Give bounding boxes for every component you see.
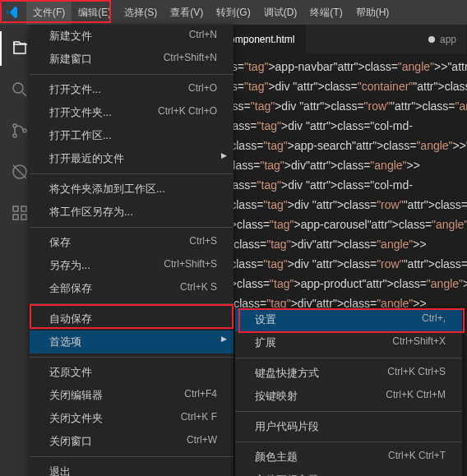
menu-shortcut: Ctrl+Shift+S bbox=[164, 258, 217, 273]
menu-item[interactable]: 按键映射Ctrl+K Ctrl+M bbox=[235, 385, 462, 408]
menu-shortcut: Ctrl+, bbox=[422, 312, 446, 327]
menu-item-label: 打开文件夹... bbox=[49, 105, 112, 120]
tab-overflow[interactable]: app bbox=[418, 25, 467, 53]
menu-item-label: 另存为... bbox=[49, 258, 90, 273]
menu-item[interactable]: 退出 bbox=[30, 460, 234, 476]
menu-shortcut: Ctrl+K Ctrl+T bbox=[388, 450, 446, 464]
menu-shortcut: Ctrl+F4 bbox=[184, 388, 217, 403]
menu-shortcut: Ctrl+K F bbox=[181, 411, 217, 426]
menu-item-label: 新建文件 bbox=[49, 29, 92, 44]
menu-shortcut: Ctrl+K Ctrl+O bbox=[158, 105, 217, 120]
menu-item-label: 按键映射 bbox=[255, 389, 298, 404]
menu-item-label: 键盘快捷方式 bbox=[255, 366, 319, 381]
submenu-arrow-icon: ▶ bbox=[221, 151, 227, 159]
menu-item-label: 自动保存 bbox=[49, 312, 92, 326]
menu-item-label: 扩展 bbox=[255, 335, 276, 350]
menu-shortcut: Ctrl+N bbox=[189, 29, 217, 44]
menu-item-label: 打开工作区... bbox=[49, 128, 112, 143]
menu-separator bbox=[30, 456, 234, 457]
menu-item-label: 打开最近的文件 bbox=[49, 151, 124, 166]
menu-item-label: 新建窗口 bbox=[49, 52, 92, 67]
menu-shortcut: Ctrl+S bbox=[189, 235, 217, 250]
menu-item[interactable]: 首选项▶ bbox=[30, 330, 234, 354]
menu-separator bbox=[30, 357, 234, 358]
menu-shortcut: Ctrl+Shift+X bbox=[392, 335, 446, 350]
menu-item-label: 将文件夹添加到工作区... bbox=[49, 182, 165, 196]
menu-separator bbox=[235, 441, 462, 442]
svg-rect-8 bbox=[21, 206, 26, 211]
menu-item-label: 设置 bbox=[255, 312, 276, 327]
menu-item[interactable]: 还原文件 bbox=[30, 361, 234, 384]
menu-item[interactable]: 打开最近的文件▶ bbox=[30, 147, 234, 170]
svg-rect-6 bbox=[13, 215, 18, 220]
svg-point-1 bbox=[13, 124, 16, 127]
modified-dot-icon bbox=[428, 36, 435, 43]
menu-item[interactable]: 颜色主题Ctrl+K Ctrl+T bbox=[235, 446, 462, 469]
menu-item[interactable]: 打开文件夹...Ctrl+K Ctrl+O bbox=[30, 101, 234, 124]
menu-item[interactable]: 打开工作区... bbox=[30, 124, 234, 147]
menu-item[interactable]: 保存Ctrl+S bbox=[30, 231, 234, 254]
menu-item[interactable]: 文件图标主题 bbox=[235, 469, 462, 476]
menu-item-label: 首选项 bbox=[49, 335, 81, 349]
menu-item[interactable]: 关闭编辑器Ctrl+F4 bbox=[30, 384, 234, 407]
menu-help[interactable]: 帮助(H) bbox=[349, 0, 396, 25]
menu-item[interactable]: 另存为...Ctrl+Shift+S bbox=[30, 254, 234, 277]
menu-item[interactable]: 新建文件Ctrl+N bbox=[30, 25, 234, 48]
menu-shortcut: Ctrl+K Ctrl+M bbox=[386, 389, 446, 404]
menu-item[interactable]: 自动保存 bbox=[30, 307, 234, 330]
svg-point-0 bbox=[13, 83, 23, 93]
menu-shortcut: Ctrl+K S bbox=[180, 281, 217, 296]
menu-select[interactable]: 选择(S) bbox=[118, 0, 164, 25]
tab-label: app bbox=[440, 34, 456, 45]
menu-terminal[interactable]: 终端(T) bbox=[303, 0, 349, 25]
menu-item-label: 全部保存 bbox=[49, 281, 92, 296]
menu-item-label: 关闭窗口 bbox=[49, 434, 92, 449]
menu-shortcut: Ctrl+Shift+N bbox=[164, 52, 217, 67]
menu-separator bbox=[235, 358, 462, 358]
menu-view[interactable]: 查看(V) bbox=[164, 0, 210, 25]
svg-rect-5 bbox=[13, 206, 18, 211]
menu-item-label: 关闭编辑器 bbox=[49, 388, 103, 403]
menu-separator bbox=[30, 173, 234, 174]
menu-item-label: 保存 bbox=[49, 235, 71, 250]
menu-shortcut: Ctrl+O bbox=[188, 82, 217, 97]
menu-edit[interactable]: 编辑(E) bbox=[72, 0, 118, 25]
menu-item[interactable]: 关闭文件夹Ctrl+K F bbox=[30, 407, 234, 430]
menu-go[interactable]: 转到(G) bbox=[210, 0, 257, 25]
menu-separator bbox=[235, 411, 462, 412]
file-menu-dropdown: 新建文件Ctrl+N新建窗口Ctrl+Shift+N打开文件...Ctrl+O打… bbox=[30, 25, 234, 476]
menu-item-label: 打开文件... bbox=[49, 82, 101, 97]
menu-item[interactable]: 设置Ctrl+, bbox=[235, 308, 462, 331]
menu-item[interactable]: 全部保存Ctrl+K S bbox=[30, 277, 234, 300]
menu-item[interactable]: 用户代码片段 bbox=[235, 415, 462, 438]
menu-debug[interactable]: 调试(D) bbox=[257, 0, 304, 25]
menu-shortcut: Ctrl+W bbox=[187, 434, 217, 449]
menu-item[interactable]: 扩展Ctrl+Shift+X bbox=[235, 331, 462, 354]
preferences-submenu: 设置Ctrl+,扩展Ctrl+Shift+X键盘快捷方式Ctrl+K Ctrl+… bbox=[235, 308, 462, 476]
svg-point-2 bbox=[13, 134, 16, 137]
menu-item[interactable]: 键盘快捷方式Ctrl+K Ctrl+S bbox=[235, 362, 462, 385]
menu-item-label: 还原文件 bbox=[49, 365, 92, 380]
vscode-logo-icon bbox=[5, 5, 20, 20]
submenu-arrow-icon: ▶ bbox=[221, 335, 227, 343]
menu-file[interactable]: 文件(F) bbox=[26, 0, 72, 25]
menu-separator bbox=[30, 74, 234, 75]
menu-item-label: 颜色主题 bbox=[255, 450, 298, 464]
menu-item[interactable]: 新建窗口Ctrl+Shift+N bbox=[30, 48, 234, 71]
menu-item-label: 用户代码片段 bbox=[255, 419, 319, 434]
menu-item-label: 退出 bbox=[49, 464, 71, 476]
menu-item[interactable]: 打开文件...Ctrl+O bbox=[30, 78, 234, 101]
menu-shortcut: Ctrl+K Ctrl+S bbox=[387, 366, 446, 381]
menu-separator bbox=[30, 227, 234, 228]
menu-item[interactable]: 将工作区另存为... bbox=[30, 201, 234, 224]
menu-item-label: 文件图标主题 bbox=[255, 473, 319, 476]
menubar: 文件(F) 编辑(E) 选择(S) 查看(V) 转到(G) 调试(D) 终端(T… bbox=[0, 0, 467, 25]
menu-item[interactable]: 关闭窗口Ctrl+W bbox=[30, 430, 234, 453]
menu-item-label: 将工作区另存为... bbox=[49, 205, 133, 220]
svg-rect-7 bbox=[21, 215, 26, 220]
menu-item-label: 关闭文件夹 bbox=[49, 411, 103, 426]
menu-separator bbox=[30, 303, 234, 304]
menu-item[interactable]: 将文件夹添加到工作区... bbox=[30, 178, 234, 201]
